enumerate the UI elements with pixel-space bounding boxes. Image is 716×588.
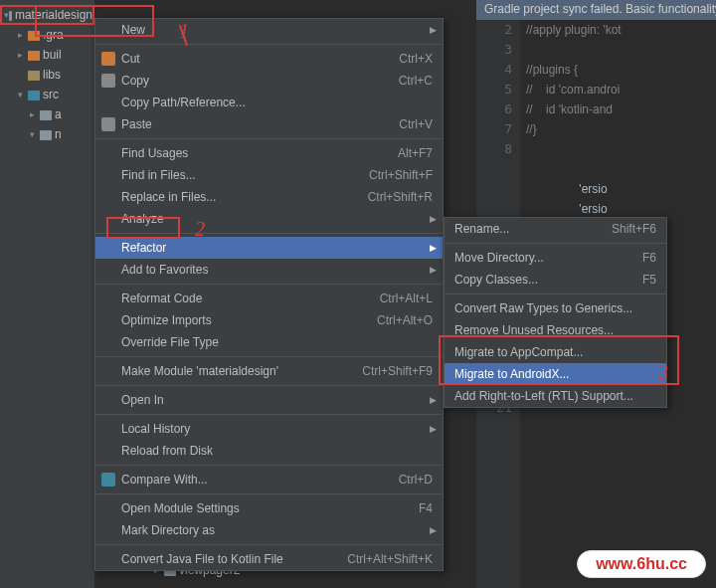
menu-item[interactable]: Migrate to AndroidX... [445,363,666,385]
diff-icon [101,473,115,487]
menu-item[interactable]: Rename...Shift+F6 [445,218,666,240]
menu-item[interactable]: Make Module 'materialdesign'Ctrl+Shift+F… [95,360,443,382]
menu-item[interactable]: Open Module SettingsF4 [95,497,443,519]
folder-icon [28,31,40,41]
menu-item[interactable]: Find UsagesAlt+F7 [95,142,443,164]
menu-item[interactable]: Copy Path/Reference... [95,92,443,113]
chevron-right-icon: ▸ [18,30,28,40]
menu-item[interactable]: Replace in Files...Ctrl+Shift+R [95,186,443,208]
tree-root-label: materialdesign [15,8,92,22]
menu-item[interactable]: Open In▶ [95,389,443,411]
menu-item[interactable]: CutCtrl+X [95,48,443,70]
folder-icon [40,130,52,140]
chevron-down-icon: ▾ [30,129,40,139]
menu-item[interactable]: CopyCtrl+C [95,70,443,92]
chevron-right-icon: ▸ [30,109,40,119]
folder-icon [28,51,40,61]
menu-item[interactable]: New▶ [95,19,443,41]
menu-item[interactable]: Analyze▶ [95,208,443,230]
folder-icon [40,110,52,120]
chevron-right-icon: ▶ [430,265,437,275]
tree-item[interactable]: ▸ a [0,104,94,124]
menu-item[interactable]: Convert Raw Types to Generics... [445,297,666,319]
menu-item[interactable]: Override File Type [95,331,443,353]
gradle-sync-warning[interactable]: Gradle project sync failed. Basic functi… [476,0,716,20]
menu-item[interactable]: Add to Favorites▶ [95,259,443,281]
module-icon [9,11,12,21]
paste-icon [101,117,115,131]
menu-item[interactable]: Reload from Disk [95,440,443,462]
menu-item[interactable]: PasteCtrl+V [95,113,443,135]
menu-item[interactable]: Convert Java File to Kotlin FileCtrl+Alt… [95,548,443,570]
tree-item[interactable]: ▸ buil [0,45,94,65]
tree-item[interactable]: libs [0,65,94,85]
chevron-right-icon: ▶ [430,25,437,35]
menu-item[interactable]: Mark Directory as▶ [95,519,443,541]
menu-item[interactable]: Remove Unused Resources... [445,319,666,341]
chevron-right-icon: ▶ [430,395,437,405]
context-menu[interactable]: New▶CutCtrl+XCopyCtrl+CCopy Path/Referen… [94,18,444,571]
menu-item[interactable]: Migrate to AppCompat... [445,341,666,363]
cut-icon [101,52,115,66]
chevron-right-icon: ▶ [430,424,437,434]
menu-item[interactable]: Optimize ImportsCtrl+Alt+O [95,309,443,331]
tree-item[interactable]: ▸ .gra [0,25,94,45]
chevron-right-icon: ▸ [18,50,28,60]
tree-root[interactable]: ▾ materialdesign [0,5,94,25]
chevron-down-icon: ▾ [18,90,28,99]
menu-item[interactable]: Find in Files...Ctrl+Shift+F [95,164,443,186]
refactor-submenu[interactable]: Rename...Shift+F6Move Directory...F6Copy… [444,217,667,408]
menu-item[interactable]: Local History▶ [95,418,443,440]
chevron-right-icon: ▶ [430,525,437,535]
folder-icon [28,71,40,81]
menu-item[interactable]: Copy Classes...F5 [445,269,666,291]
menu-item[interactable]: Compare With...Ctrl+D [95,469,443,490]
menu-item[interactable]: Move Directory...F6 [445,247,666,269]
menu-item[interactable]: Reformat CodeCtrl+Alt+L [95,288,443,309]
menu-item[interactable]: Refactor▶ [95,237,443,259]
watermark: www.6hu.cc [577,550,706,578]
tree-item[interactable]: ▾ n [0,124,94,144]
project-tree[interactable]: ▾ materialdesign ▸ .gra ▸ buil libs ▾ sr… [0,0,94,588]
chevron-right-icon: ▶ [430,214,437,224]
copy-icon [101,74,115,88]
folder-icon [28,91,40,100]
chevron-right-icon: ▶ [430,243,437,253]
menu-item[interactable]: Add Right-to-Left (RTL) Support... [445,385,666,407]
tree-item[interactable]: ▾ src [0,85,94,104]
